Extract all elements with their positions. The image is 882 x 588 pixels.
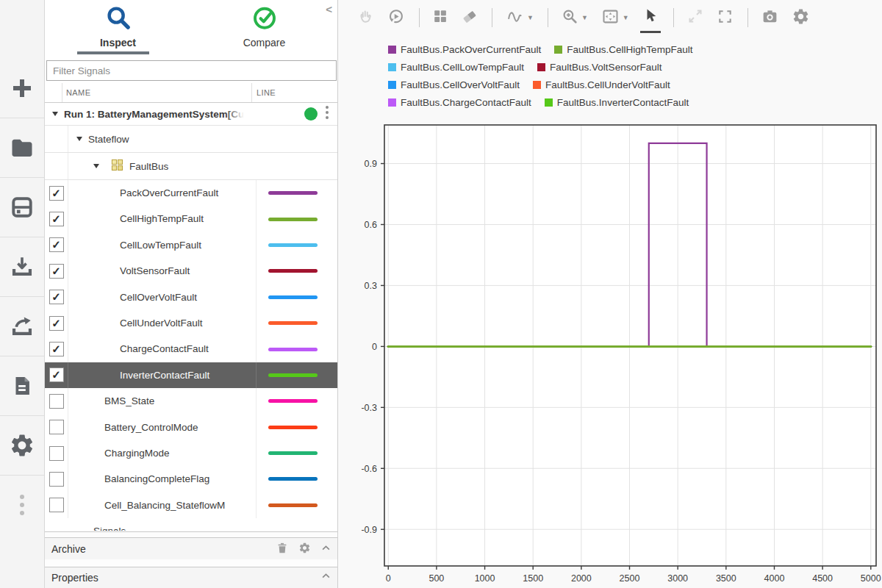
signal-row-VoltSensorFault[interactable]: ✓VoltSensorFault bbox=[45, 258, 337, 284]
faultbus-expander-icon[interactable] bbox=[93, 164, 99, 168]
signal-plot[interactable]: 0500100015002000250030003500400045005000… bbox=[338, 121, 882, 588]
signal-trace-button[interactable]: ▼ bbox=[505, 7, 534, 29]
subplot-layout-button[interactable] bbox=[432, 8, 448, 27]
trash-icon[interactable] bbox=[276, 541, 289, 557]
signal-row-Cell_Balancing_StateflowM[interactable]: Cell_Balancing_StateflowM bbox=[45, 492, 337, 518]
archive-header[interactable]: Archive bbox=[45, 537, 337, 559]
fullscreen-icon bbox=[717, 8, 734, 28]
dropdown-caret-icon: ▼ bbox=[623, 14, 629, 21]
toolbar-separator bbox=[492, 8, 492, 27]
signal-row-CellOverVoltFault[interactable]: ✓CellOverVoltFault bbox=[45, 284, 337, 310]
signal-line-style[interactable] bbox=[256, 258, 337, 284]
svg-text:0.3: 0.3 bbox=[365, 281, 377, 291]
panel-splitter[interactable] bbox=[45, 531, 337, 537]
signal-row-CellLowTempFault[interactable]: ✓CellLowTempFault bbox=[45, 232, 337, 258]
signal-checkbox[interactable]: ✓ bbox=[45, 232, 68, 258]
signal-line-style[interactable] bbox=[256, 492, 337, 518]
chart-legend: FaultBus.PackOverCurrentFaultFaultBus.Ce… bbox=[388, 44, 692, 108]
group-left-gutter bbox=[45, 518, 68, 531]
signal-row-InverterContactFault[interactable]: ✓InverterContactFault bbox=[45, 362, 337, 388]
legend-label: FaultBus.CellUnderVoltFault bbox=[545, 79, 670, 90]
signal-checkbox[interactable]: ✓ bbox=[45, 206, 68, 232]
legend-swatch bbox=[388, 63, 396, 71]
signal-line-style[interactable] bbox=[256, 284, 337, 310]
stateflow-expander-icon[interactable] bbox=[76, 137, 82, 141]
signal-row-BMS_State[interactable]: BMS_State bbox=[45, 388, 337, 414]
archive-collapse-icon[interactable] bbox=[320, 542, 331, 556]
signal-line-style[interactable] bbox=[256, 336, 337, 362]
signal-row-PackOverCurrentFault[interactable]: ✓PackOverCurrentFault bbox=[45, 180, 337, 206]
plot-settings-button[interactable] bbox=[792, 7, 810, 29]
preferences-button[interactable] bbox=[0, 416, 44, 476]
more-options-button[interactable] bbox=[0, 476, 44, 534]
signal-row-CellHighTempFault[interactable]: ✓CellHighTempFault bbox=[45, 206, 337, 232]
archive-gear-icon[interactable] bbox=[298, 542, 311, 556]
signal-line-style[interactable] bbox=[256, 310, 337, 336]
pointer-button[interactable] bbox=[642, 7, 659, 28]
save-button[interactable] bbox=[0, 178, 44, 237]
svg-text:500: 500 bbox=[429, 573, 444, 584]
signal-checkbox[interactable] bbox=[45, 388, 68, 414]
fit-to-view-button[interactable]: ▼ bbox=[600, 7, 629, 29]
partial-group-label: Signals bbox=[93, 518, 126, 531]
replay-button[interactable] bbox=[387, 7, 405, 29]
signal-checkbox[interactable] bbox=[45, 440, 68, 466]
import-button[interactable] bbox=[0, 237, 44, 297]
signal-line-style[interactable] bbox=[256, 206, 337, 232]
signal-name-label: Cell_Balancing_StateflowM bbox=[68, 492, 256, 518]
signal-row-ChargingMode[interactable]: ChargingMode bbox=[45, 440, 337, 466]
group-row-faultbus[interactable]: FaultBus bbox=[45, 153, 337, 180]
filter-signals-input[interactable] bbox=[46, 60, 337, 81]
group-row-stateflow[interactable]: Stateflow bbox=[45, 126, 337, 153]
run-row[interactable]: Run 1: BatteryManagementSystem[Cu bbox=[45, 103, 337, 126]
tab-inspect[interactable]: Inspect bbox=[45, 0, 191, 54]
signal-name-label: Battery_ControlMode bbox=[68, 415, 256, 440]
properties-collapse-icon[interactable] bbox=[320, 570, 331, 584]
signal-line-style[interactable] bbox=[256, 362, 337, 388]
toolbar-separator bbox=[747, 8, 748, 27]
report-button[interactable] bbox=[0, 356, 44, 416]
properties-header[interactable]: Properties bbox=[45, 567, 337, 588]
legend-item: FaultBus.CellLowTempFault bbox=[388, 62, 524, 73]
run-menu-button[interactable] bbox=[322, 106, 332, 119]
signal-checkbox[interactable] bbox=[45, 466, 68, 492]
signal-checkbox[interactable] bbox=[45, 492, 68, 518]
snapshot-button[interactable] bbox=[761, 7, 779, 29]
signal-row-CellUnderVoltFault[interactable]: ✓CellUnderVoltFault bbox=[45, 310, 337, 336]
tab-compare[interactable]: Compare bbox=[191, 0, 337, 54]
partial-signal-group-row[interactable]: Signals bbox=[45, 518, 337, 531]
pan-button[interactable] bbox=[357, 8, 374, 28]
signal-row-ChargeContactFault[interactable]: ✓ChargeContactFault bbox=[45, 336, 337, 362]
expand-button[interactable] bbox=[686, 7, 704, 28]
open-button[interactable] bbox=[0, 118, 44, 178]
collapse-panel-chevron[interactable]: < bbox=[326, 4, 332, 15]
signal-line-style[interactable] bbox=[256, 388, 337, 414]
signal-name-label: BalancingCompleteFlag bbox=[68, 466, 256, 492]
signal-row-BalancingCompleteFlag[interactable]: BalancingCompleteFlag bbox=[45, 466, 337, 492]
signal-checkbox[interactable]: ✓ bbox=[45, 258, 68, 284]
faultbus-label: FaultBus bbox=[129, 161, 168, 172]
signal-line-style[interactable] bbox=[256, 415, 337, 440]
add-button[interactable] bbox=[0, 59, 44, 118]
fullscreen-button[interactable] bbox=[717, 8, 734, 28]
clear-plots-button[interactable] bbox=[461, 8, 478, 28]
legend-swatch bbox=[554, 46, 562, 54]
signal-row-Battery_ControlMode[interactable]: Battery_ControlMode bbox=[45, 415, 337, 440]
legend-label: FaultBus.VoltSensorFault bbox=[550, 62, 662, 73]
export-button[interactable] bbox=[0, 297, 44, 356]
signal-line-style[interactable] bbox=[256, 232, 337, 258]
signal-checkbox[interactable] bbox=[45, 415, 68, 440]
signal-checkbox[interactable]: ✓ bbox=[45, 310, 68, 336]
signal-line-style[interactable] bbox=[256, 180, 337, 206]
zoom-in-button[interactable]: ▼ bbox=[561, 7, 588, 29]
export-icon bbox=[9, 313, 35, 340]
signal-checkbox[interactable]: ✓ bbox=[45, 180, 68, 206]
signal-line-style[interactable] bbox=[256, 440, 337, 466]
legend-item: FaultBus.ChargeContactFault bbox=[388, 97, 531, 108]
signal-line-style[interactable] bbox=[256, 466, 337, 492]
replay-icon bbox=[387, 7, 405, 29]
signal-checkbox[interactable]: ✓ bbox=[45, 336, 68, 362]
signal-checkbox[interactable]: ✓ bbox=[45, 362, 68, 388]
signal-checkbox[interactable]: ✓ bbox=[45, 284, 68, 310]
run-expander-icon[interactable] bbox=[52, 112, 58, 116]
